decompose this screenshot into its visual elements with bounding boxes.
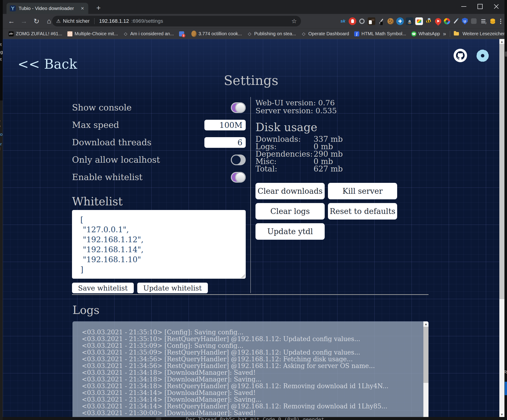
- address-bar[interactable]: ⚠ Nicht sicher 192.168.1.12:6969/setting…: [52, 16, 301, 27]
- new-tab-button[interactable]: +: [94, 4, 103, 12]
- stop-hand-extension-icon[interactable]: [349, 17, 356, 25]
- reload-icon[interactable]: ↻: [32, 17, 41, 25]
- clear-logs-button[interactable]: Clear logs: [255, 203, 325, 220]
- bookmark-icon-only[interactable]: 3: [177, 31, 188, 36]
- bookmark-cookie-clicker[interactable]: 3.774 octillion cook...: [189, 31, 244, 36]
- google-extension-icon[interactable]: [444, 18, 450, 24]
- maximize-button[interactable]: [472, 0, 488, 13]
- bookmark-html-math[interactable]: ∫ HTML Math Symbol...: [352, 31, 408, 36]
- disk-usage-title: Disk usage: [255, 121, 432, 134]
- disk-label: Total:: [255, 165, 314, 173]
- bookmark-am-i-considered[interactable]: ◇ Am i considered an...: [121, 31, 176, 36]
- left-edge-text-fragment: et: [0, 42, 2, 47]
- log-entry: <03.03.2021 - 21:34:18> [DownloadManager…: [82, 376, 419, 383]
- whitelist-title: Whitelist: [72, 195, 123, 208]
- omnibox-separator: [94, 18, 95, 24]
- left-edge-text-fragment: e: [0, 118, 0, 124]
- security-label: Nicht sicher: [63, 18, 90, 24]
- other-bookmarks-button[interactable]: Weitere Lesezeichen: [463, 31, 506, 36]
- log-entry: <03.03.2021 - 21:34:18> [DownloadManager…: [82, 369, 419, 376]
- scroll-down-icon[interactable]: ▼: [499, 412, 504, 417]
- whitelist-textarea[interactable]: [ "127.0.0.1", "192.168.1.12", "192.168.…: [72, 210, 246, 279]
- extension-icons-row: sk a U ♪ ⋮: [339, 16, 503, 27]
- update-ytdl-button[interactable]: Update ytdl: [255, 223, 325, 240]
- tab-title: Tubio - Video downloader: [19, 6, 77, 11]
- browser-menu-icon[interactable]: ⋮: [498, 17, 503, 25]
- kill-server-button[interactable]: Kill server: [328, 183, 397, 199]
- url-path: :6969/settings: [131, 18, 163, 24]
- page-viewport: << Back Settings Show console Max speed: [3, 39, 499, 417]
- logs-scrollbar[interactable]: ▲: [423, 321, 429, 417]
- bookmarks-separator: [450, 31, 450, 37]
- back-icon[interactable]: ←: [7, 17, 16, 25]
- blue-badge-favicon: 3: [179, 31, 184, 36]
- bee-extension-icon[interactable]: [425, 17, 432, 25]
- logs-panel[interactable]: <03.03.2021 - 21:35:10> [Config]: Saving…: [72, 321, 429, 417]
- pen-extension-icon[interactable]: [377, 17, 385, 25]
- page-scrollbar[interactable]: ▲ ▼: [499, 39, 504, 417]
- privacy-mask-extension-icon[interactable]: [368, 17, 375, 25]
- syringe-extension-icon[interactable]: [452, 17, 460, 25]
- right-edge-fragment: [505, 52, 507, 57]
- logs-scrollbar-thumb[interactable]: [423, 327, 429, 383]
- not-secure-warning-icon[interactable]: ⚠: [56, 18, 61, 24]
- setting-label: Show console: [72, 103, 132, 113]
- shield-extension-icon[interactable]: U: [462, 18, 468, 25]
- setting-row-download-threads: Download threads: [72, 134, 246, 151]
- scroll-up-icon[interactable]: ▲: [499, 39, 504, 44]
- pin-play-extension-icon[interactable]: [434, 17, 443, 26]
- bookmark-publishing-steam[interactable]: ◇ Publishing on stea...: [245, 31, 298, 36]
- update-whitelist-button[interactable]: Update whitelist: [137, 283, 208, 293]
- bookmark-label: ZOMG ZUFALL! #61...: [16, 31, 62, 36]
- coins-extension-icon[interactable]: [489, 17, 497, 25]
- tab-tubio[interactable]: Tubio - Video downloader ×: [7, 3, 88, 14]
- bookmark-multiple-choice[interactable]: Multiple-Choice mit...: [65, 31, 120, 36]
- puzzle-extension-icon[interactable]: [471, 18, 477, 24]
- scroll-up-icon[interactable]: ▲: [423, 321, 429, 326]
- back-link[interactable]: << Back: [18, 57, 77, 71]
- ring-extension-icon[interactable]: [358, 17, 366, 25]
- only-localhost-toggle[interactable]: [231, 155, 246, 165]
- left-edge-text-fragment: d: [0, 146, 0, 151]
- log-entry: <03.03.2021 - 21:35:10> [RestQueryHandle…: [82, 336, 419, 342]
- bookmark-zomg-zufall[interactable]: z0r ZOMG ZUFALL! #61...: [7, 31, 64, 36]
- cookie-extension-icon[interactable]: [387, 17, 394, 25]
- sk-extension-icon[interactable]: sk: [339, 17, 347, 25]
- save-whitelist-button[interactable]: Save whitelist: [72, 283, 134, 293]
- enable-whitelist-toggle[interactable]: [231, 172, 246, 183]
- spiral-favicon: [67, 31, 72, 36]
- amazon-extension-icon[interactable]: a: [406, 17, 413, 25]
- page-scrollbar-thumb[interactable]: [499, 44, 504, 299]
- download-threads-input[interactable]: [204, 137, 246, 148]
- bookmark-whatsapp[interactable]: ☎ WhatsApp: [409, 31, 442, 36]
- max-speed-input[interactable]: [204, 120, 246, 131]
- bookmarks-bar: z0r ZOMG ZUFALL! #61... Multiple-Choice …: [3, 28, 504, 39]
- table-row: Misc:0 mb: [255, 158, 432, 165]
- github-icon[interactable]: [454, 49, 467, 62]
- browser-toolbar: ← → ↻ ⌂ ⚠ Nicht sicher 192.168.1.12:6969…: [3, 14, 504, 28]
- settings-gear-icon[interactable]: [476, 49, 490, 63]
- minimize-button[interactable]: [456, 0, 472, 13]
- reset-defaults-button[interactable]: Reset to defaults: [328, 203, 397, 220]
- tab-close-icon[interactable]: ×: [79, 6, 85, 11]
- bookmark-operate-dashboard[interactable]: ◇ Operate Dashboard: [299, 31, 351, 36]
- badge-count: 3: [182, 34, 185, 37]
- playlist-extension-icon[interactable]: ♪: [479, 17, 487, 25]
- whitelist-buttons: Save whitelist Update whitelist: [72, 283, 208, 293]
- setting-label: Download threads: [72, 137, 151, 147]
- server-version: Server version: 0.535: [255, 107, 432, 115]
- show-console-toggle[interactable]: [231, 102, 246, 113]
- blue-cross-extension-icon[interactable]: [396, 17, 404, 25]
- bookmark-star-icon[interactable]: ☆: [291, 18, 297, 25]
- close-window-button[interactable]: [488, 0, 504, 13]
- forward-icon[interactable]: →: [19, 17, 29, 25]
- bookmark-label: 3.774 octillion cook...: [198, 31, 242, 36]
- cube-favicon: ◇: [123, 31, 128, 36]
- log-entry: <03.03.2021 - 21:34:14> [DownloadManager…: [82, 396, 419, 403]
- clear-downloads-button[interactable]: Clear downloads: [255, 183, 325, 199]
- toggle-knob: [235, 172, 246, 183]
- log-entry: <03.03.2021 - 21:35:09> [Config]: Saving…: [82, 342, 419, 349]
- bookmarks-overflow-chevron[interactable]: »: [443, 31, 446, 37]
- photos-extension-icon[interactable]: [415, 17, 423, 25]
- left-edge-text-fragment: vo: [0, 132, 3, 137]
